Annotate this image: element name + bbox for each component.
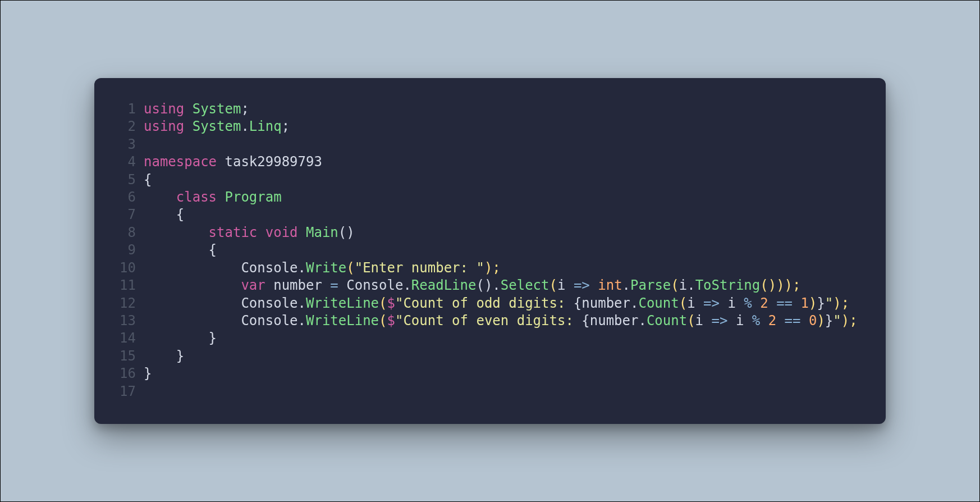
- code-content: {: [144, 241, 217, 259]
- line-number: 6: [111, 189, 136, 206]
- line-number: 3: [111, 136, 136, 153]
- line-number: 2: [111, 118, 136, 135]
- code-line: 4 namespace task29989793: [111, 153, 869, 171]
- code-line: 5 {: [111, 171, 869, 189]
- line-number: 17: [111, 383, 136, 400]
- code-content: namespace task29989793: [144, 153, 322, 171]
- line-number: 10: [111, 259, 136, 277]
- code-content: Console.Write("Enter number: ");: [144, 259, 501, 277]
- code-content: static void Main(): [144, 224, 355, 241]
- code-editor: 1 using System; 2 using System.Linq; 3 4…: [94, 78, 886, 424]
- code-line: 17: [111, 383, 869, 400]
- line-number: 13: [111, 312, 136, 330]
- line-number: 1: [111, 101, 136, 118]
- code-line: 2 using System.Linq;: [111, 118, 869, 135]
- line-number: 14: [111, 330, 136, 347]
- code-line: 10 Console.Write("Enter number: ");: [111, 259, 869, 277]
- code-line: 16 }: [111, 365, 869, 382]
- code-content: {: [144, 171, 152, 189]
- code-line: 3: [111, 136, 869, 153]
- code-line: 13 Console.WriteLine($"Count of even dig…: [111, 312, 869, 330]
- code-content: Console.WriteLine($"Count of even digits…: [144, 312, 858, 330]
- line-number: 11: [111, 277, 136, 294]
- code-line: 9 {: [111, 241, 869, 259]
- code-content: }: [144, 365, 152, 382]
- line-number: 9: [111, 241, 136, 259]
- line-number: 4: [111, 153, 136, 171]
- line-number: 16: [111, 365, 136, 382]
- code-line: 8 static void Main(): [111, 224, 869, 241]
- code-line: 7 {: [111, 206, 869, 223]
- code-line: 14 }: [111, 330, 869, 347]
- code-content: class Program: [144, 189, 282, 206]
- line-number: 7: [111, 206, 136, 223]
- code-content: {: [144, 206, 184, 223]
- code-line: 6 class Program: [111, 189, 869, 206]
- code-content: }: [144, 330, 217, 347]
- code-line: 11 var number = Console.ReadLine().Selec…: [111, 277, 869, 294]
- code-content: using System;: [144, 101, 249, 118]
- line-number: 8: [111, 224, 136, 241]
- line-number: 15: [111, 348, 136, 365]
- code-content: var number = Console.ReadLine().Select(i…: [144, 277, 801, 294]
- code-line: 12 Console.WriteLine($"Count of odd digi…: [111, 295, 869, 312]
- code-line: 1 using System;: [111, 101, 869, 118]
- code-content: using System.Linq;: [144, 118, 290, 135]
- code-content: }: [144, 348, 184, 365]
- code-content: Console.WriteLine($"Count of odd digits:…: [144, 295, 849, 312]
- code-line: 15 }: [111, 348, 869, 365]
- line-number: 5: [111, 171, 136, 189]
- line-number: 12: [111, 295, 136, 312]
